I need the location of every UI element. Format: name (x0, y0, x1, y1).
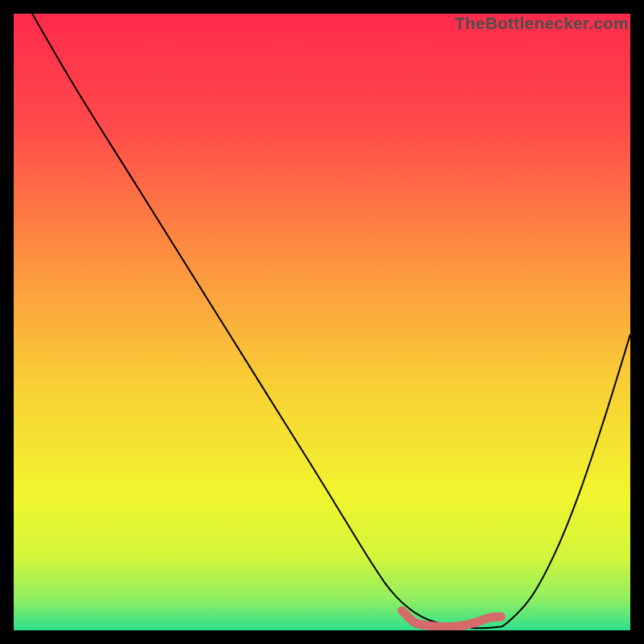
chart-frame: TheBottlenecker.com (14, 14, 630, 630)
watermark-text: TheBottlenecker.com (455, 14, 629, 33)
optimal-end-marker (497, 613, 506, 621)
chart-background (14, 14, 630, 630)
bottleneck-chart (14, 14, 630, 630)
